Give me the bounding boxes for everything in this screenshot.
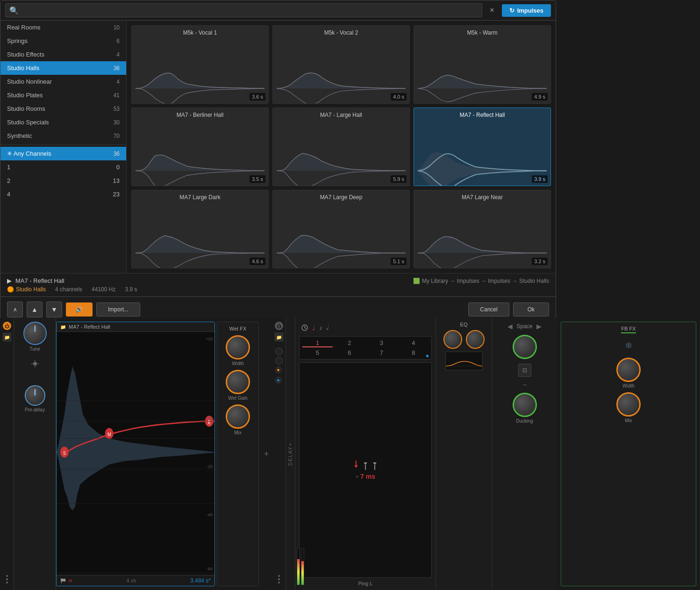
space-func-button[interactable]: ⊡ xyxy=(518,364,531,377)
grid-item-8[interactable]: MA7 Large Near 3.2 s xyxy=(414,190,551,268)
delay-num-5[interactable]: 5 xyxy=(302,349,333,356)
space-knob-group xyxy=(513,335,537,359)
delay-num-3[interactable]: 3 xyxy=(366,339,397,347)
ducking-knob[interactable] xyxy=(513,393,537,417)
wet-gain-knob[interactable] xyxy=(226,370,250,394)
prev-button[interactable]: ▲ xyxy=(27,302,43,317)
sidebar-item-synthetic[interactable]: Synthetic 70 xyxy=(0,129,126,143)
delay-num-8[interactable]: 8 xyxy=(399,349,429,356)
sidebar-item-label: Studio Plates xyxy=(7,92,43,99)
grid-item-1[interactable]: M5k - Vocal 2 4.0 s xyxy=(272,25,410,104)
space-knob[interactable] xyxy=(513,335,537,359)
fb-mix-knob[interactable] xyxy=(616,392,641,417)
fb-fx-label: FB FX xyxy=(621,326,636,333)
grid-item-7[interactable]: MA7 Large Deep 5.1 s xyxy=(272,190,410,268)
delay-dots-menu[interactable] xyxy=(274,572,284,586)
delay-tap-row xyxy=(353,460,378,470)
ok-button[interactable]: Ok xyxy=(513,302,549,317)
grid-item-2[interactable]: M5k - Warm 4.9 s xyxy=(414,25,551,104)
delay-num-1[interactable]: 1 xyxy=(302,339,333,347)
delay-note-controls: ♩ ♪ 𝅗𝅥 xyxy=(299,322,432,333)
y-label-10: +10 xyxy=(206,337,213,341)
delay-controls-panel: ♩ ♪ 𝅗𝅥 1 2 3 4 5 6 7 8 xyxy=(295,318,436,590)
sidebar-item-count: 4 xyxy=(116,79,120,85)
delay-num-6[interactable]: 6 xyxy=(335,349,365,356)
sidebar-item-studio-specials[interactable]: Studio Specials 30 xyxy=(0,115,126,129)
grid-item-6[interactable]: MA7 Large Dark 4.6 s xyxy=(131,190,269,268)
plugin-left-controls: ⏻ 📁 xyxy=(0,318,14,590)
grid-area: M5k - Vocal 1 3.6 s M5k - Vocal 2 xyxy=(127,21,556,273)
plugin-area: ⏻ 📁 Tune Pre-delay 📁 MA7 - Reflect Hall … xyxy=(0,318,700,590)
channel-item-label: ✳ Any Channels xyxy=(7,150,51,157)
import-button[interactable]: Import... xyxy=(96,302,140,317)
wet-width-knob[interactable] xyxy=(226,335,250,360)
sidebar-item-studio-rooms[interactable]: Studio Rooms 53 xyxy=(0,102,126,115)
add-effect-button[interactable]: + xyxy=(261,318,272,590)
conv-controls-column: Tune Pre-delay xyxy=(14,318,56,590)
mix-knob[interactable] xyxy=(226,404,250,429)
audition-button[interactable]: 🔊 xyxy=(66,302,93,317)
fb-width-knob[interactable] xyxy=(616,358,641,382)
duration-badge: 3.2 s xyxy=(532,258,548,265)
grid-item-title: M5k - Warm xyxy=(467,29,498,36)
svg-text:S: S xyxy=(63,450,66,456)
eq-low-knob[interactable] xyxy=(443,330,462,349)
delay-num-7[interactable]: 7 xyxy=(366,349,397,356)
delay-power-button[interactable]: ⏻ xyxy=(275,322,283,330)
delay-num-4[interactable]: 4 xyxy=(399,339,429,347)
eq-high-knob[interactable] xyxy=(466,330,485,349)
dialog-body: Real Rooms 10 Springs 6 Studio Effects 4… xyxy=(0,21,556,273)
delay-folder-button[interactable]: 📁 xyxy=(275,333,283,341)
space-prev-button[interactable]: ◀ xyxy=(507,323,513,330)
sidebar-item-studio-halls[interactable]: Studio Halls 36 xyxy=(0,61,126,75)
waveform xyxy=(277,66,406,100)
status-name-area: ▶ MA7 - Reflect Hall xyxy=(7,277,64,284)
grid-item-4[interactable]: MA7 - Large Hall 5.9 s xyxy=(272,108,410,186)
ir-svg: S M E xyxy=(57,332,214,572)
svg-text:M: M xyxy=(107,432,111,437)
sidebar-item-real-rooms[interactable]: Real Rooms 10 xyxy=(0,21,126,34)
grid-item-0[interactable]: M5k - Vocal 1 3.6 s xyxy=(131,25,269,104)
sidebar: Real Rooms 10 Springs 6 Studio Effects 4… xyxy=(0,21,127,273)
duration-badge: 5.9 s xyxy=(391,175,407,183)
play-icon[interactable]: ▶ xyxy=(7,277,12,284)
waveform xyxy=(136,66,264,100)
sidebar-item-springs[interactable]: Springs 6 xyxy=(0,34,126,48)
next-button[interactable]: ▼ xyxy=(46,302,62,317)
close-button[interactable]: × xyxy=(486,6,498,14)
level-meters xyxy=(297,548,304,585)
sidebar-item-studio-nonlinear[interactable]: Studio Nonlinear 4 xyxy=(0,75,126,88)
space-next-button[interactable]: ▶ xyxy=(536,323,542,330)
channel-item-4[interactable]: 4 23 xyxy=(0,187,126,201)
delay-num-2[interactable]: 2 xyxy=(335,339,365,347)
eq-label: EQ xyxy=(460,322,468,327)
channel-item-1[interactable]: 1 0 xyxy=(0,160,126,174)
wet-gain-label: Wet Gain xyxy=(228,396,248,401)
predelay-knob[interactable] xyxy=(25,385,45,406)
tune-knob[interactable] xyxy=(23,322,47,345)
dialog-header: 🔍 × ↻ Impulses xyxy=(0,0,556,21)
sidebar-item-label: Studio Effects xyxy=(7,51,44,58)
sidebar-item-label: Studio Specials xyxy=(7,119,49,126)
cancel-button[interactable]: Cancel xyxy=(468,302,509,317)
impulses-tab[interactable]: ↻ Impulses xyxy=(502,4,551,17)
grid-item-3[interactable]: MA7 - Berliner Hall 3.5 s xyxy=(131,108,269,186)
ir-flag-icon: 🏁 xyxy=(60,578,66,583)
fb-width-knob-group: Width xyxy=(616,358,641,389)
mix-label: Mix xyxy=(234,430,242,435)
search-bar[interactable]: 🔍 xyxy=(5,3,482,17)
folder-button[interactable]: 📁 xyxy=(3,333,11,341)
sidebar-item-studio-effects[interactable]: Studio Effects 4 xyxy=(0,48,126,61)
y-label-minus40: -40 xyxy=(207,512,213,517)
collapse-button[interactable]: ∧ xyxy=(7,302,23,317)
delay-divider-icon: ÷ xyxy=(356,474,358,479)
channel-item-2[interactable]: 2 13 xyxy=(0,174,126,187)
sidebar-item-studio-plates[interactable]: Studio Plates 41 xyxy=(0,88,126,102)
dots-menu-button[interactable] xyxy=(2,572,12,586)
convolution-power-button[interactable]: ⏻ xyxy=(3,322,11,330)
search-input[interactable] xyxy=(21,7,478,14)
ir-footer: 🏁 ⟳ 4 ch 3.484 s* xyxy=(57,575,214,586)
grid-item-5[interactable]: MA7 - Reflect Hall 3.9 s xyxy=(414,108,551,186)
channel-item-any[interactable]: ✳ Any Channels 36 xyxy=(0,147,126,160)
brightness-icon xyxy=(27,355,43,372)
